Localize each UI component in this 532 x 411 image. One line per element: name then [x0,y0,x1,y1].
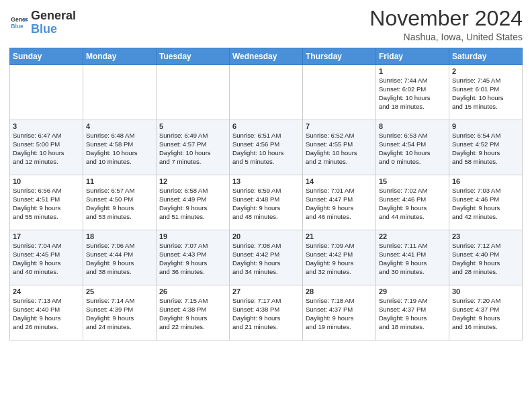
calendar-cell: 15Sunrise: 7:02 AM Sunset: 4:46 PM Dayli… [376,175,449,230]
calendar-cell: 23Sunrise: 7:12 AM Sunset: 4:40 PM Dayli… [449,230,523,285]
day-number: 29 [379,287,446,295]
cell-info: Sunrise: 7:15 AM Sunset: 4:38 PM Dayligh… [159,297,226,331]
main-container: General Blue General Blue November 2024 … [0,0,532,347]
calendar-cell: 30Sunrise: 7:20 AM Sunset: 4:37 PM Dayli… [449,285,523,340]
calendar-cell: 1Sunrise: 7:44 AM Sunset: 6:02 PM Daylig… [376,65,449,120]
calendar-cell: 18Sunrise: 7:06 AM Sunset: 4:44 PM Dayli… [83,230,157,285]
calendar-week-row: 1Sunrise: 7:44 AM Sunset: 6:02 PM Daylig… [10,65,523,120]
day-number: 20 [232,232,300,240]
calendar-cell: 11Sunrise: 6:57 AM Sunset: 4:50 PM Dayli… [83,175,157,230]
calendar-cell: 6Sunrise: 6:51 AM Sunset: 4:56 PM Daylig… [230,120,303,175]
day-number: 8 [379,122,446,130]
day-number: 2 [452,67,519,75]
day-number: 16 [452,177,519,185]
calendar-cell: 10Sunrise: 6:56 AM Sunset: 4:51 PM Dayli… [10,175,83,230]
day-number: 7 [306,122,373,130]
cell-info: Sunrise: 7:11 AM Sunset: 4:41 PM Dayligh… [379,242,446,276]
cell-info: Sunrise: 6:47 AM Sunset: 5:00 PM Dayligh… [13,132,80,166]
day-number: 1 [379,67,446,75]
calendar-cell: 16Sunrise: 7:03 AM Sunset: 4:46 PM Dayli… [449,175,523,230]
day-number: 9 [452,122,519,130]
day-number: 11 [86,177,153,185]
calendar-cell: 14Sunrise: 7:01 AM Sunset: 4:47 PM Dayli… [303,175,376,230]
calendar-cell: 5Sunrise: 6:49 AM Sunset: 4:57 PM Daylig… [157,120,230,175]
calendar-cell: 13Sunrise: 6:59 AM Sunset: 4:48 PM Dayli… [230,175,303,230]
cell-info: Sunrise: 6:49 AM Sunset: 4:57 PM Dayligh… [159,132,226,166]
calendar-cell: 21Sunrise: 7:09 AM Sunset: 4:42 PM Dayli… [303,230,376,285]
day-number: 30 [452,287,519,295]
day-number: 25 [86,287,153,295]
day-number: 17 [13,232,80,240]
calendar-cell: 7Sunrise: 6:52 AM Sunset: 4:55 PM Daylig… [303,120,376,175]
day-number: 28 [306,287,373,295]
day-number: 23 [452,232,519,240]
day-number: 4 [86,122,153,130]
day-number: 5 [159,122,226,130]
title-block: November 2024 Nashua, Iowa, United State… [369,7,523,42]
calendar-cell: 22Sunrise: 7:11 AM Sunset: 4:41 PM Dayli… [376,230,449,285]
weekday-header: Tuesday [157,48,230,65]
calendar-body: 1Sunrise: 7:44 AM Sunset: 6:02 PM Daylig… [10,65,523,340]
calendar-cell: 24Sunrise: 7:13 AM Sunset: 4:40 PM Dayli… [10,285,83,340]
calendar-cell: 17Sunrise: 7:04 AM Sunset: 4:45 PM Dayli… [10,230,83,285]
calendar-cell: 26Sunrise: 7:15 AM Sunset: 4:38 PM Dayli… [157,285,230,340]
calendar-cell: 20Sunrise: 7:08 AM Sunset: 4:42 PM Dayli… [230,230,303,285]
cell-info: Sunrise: 7:14 AM Sunset: 4:39 PM Dayligh… [86,297,153,331]
calendar-cell: 27Sunrise: 7:17 AM Sunset: 4:38 PM Dayli… [230,285,303,340]
calendar-cell: 29Sunrise: 7:19 AM Sunset: 4:37 PM Dayli… [376,285,449,340]
cell-info: Sunrise: 6:48 AM Sunset: 4:58 PM Dayligh… [86,132,153,166]
weekday-header: Saturday [449,48,523,65]
cell-info: Sunrise: 6:53 AM Sunset: 4:54 PM Dayligh… [379,132,446,166]
logo: General Blue General Blue [9,9,76,36]
calendar-cell: 9Sunrise: 6:54 AM Sunset: 4:52 PM Daylig… [449,120,523,175]
logo-icon: General Blue [9,13,28,32]
day-number: 13 [232,177,300,185]
calendar-cell [83,65,157,120]
day-number: 3 [13,122,80,130]
weekday-header: Monday [83,48,157,65]
calendar-cell: 2Sunrise: 7:45 AM Sunset: 6:01 PM Daylig… [449,65,523,120]
day-number: 21 [306,232,373,240]
svg-text:Blue: Blue [11,23,24,30]
day-number: 12 [159,177,226,185]
cell-info: Sunrise: 7:44 AM Sunset: 6:02 PM Dayligh… [379,77,446,111]
weekday-header: Sunday [10,48,83,65]
calendar-cell [303,65,376,120]
day-number: 6 [232,122,300,130]
cell-info: Sunrise: 7:13 AM Sunset: 4:40 PM Dayligh… [13,297,80,331]
calendar-week-row: 3Sunrise: 6:47 AM Sunset: 5:00 PM Daylig… [10,120,523,175]
calendar-week-row: 10Sunrise: 6:56 AM Sunset: 4:51 PM Dayli… [10,175,523,230]
cell-info: Sunrise: 6:58 AM Sunset: 4:49 PM Dayligh… [159,187,226,221]
day-number: 14 [306,177,373,185]
cell-info: Sunrise: 7:03 AM Sunset: 4:46 PM Dayligh… [452,187,519,221]
day-number: 10 [13,177,80,185]
month-title: November 2024 [369,7,523,30]
cell-info: Sunrise: 7:18 AM Sunset: 4:37 PM Dayligh… [306,297,373,331]
calendar-cell: 8Sunrise: 6:53 AM Sunset: 4:54 PM Daylig… [376,120,449,175]
weekday-header: Friday [376,48,449,65]
calendar-week-row: 24Sunrise: 7:13 AM Sunset: 4:40 PM Dayli… [10,285,523,340]
cell-info: Sunrise: 7:06 AM Sunset: 4:44 PM Dayligh… [86,242,153,276]
calendar-cell [10,65,83,120]
header: General Blue General Blue November 2024 … [9,7,523,42]
cell-info: Sunrise: 7:04 AM Sunset: 4:45 PM Dayligh… [13,242,80,276]
cell-info: Sunrise: 7:02 AM Sunset: 4:46 PM Dayligh… [379,187,446,221]
day-number: 19 [159,232,226,240]
cell-info: Sunrise: 7:20 AM Sunset: 4:37 PM Dayligh… [452,297,519,331]
calendar-cell: 12Sunrise: 6:58 AM Sunset: 4:49 PM Dayli… [157,175,230,230]
cell-info: Sunrise: 6:52 AM Sunset: 4:55 PM Dayligh… [306,132,373,166]
cell-info: Sunrise: 7:01 AM Sunset: 4:47 PM Dayligh… [306,187,373,221]
calendar-cell: 25Sunrise: 7:14 AM Sunset: 4:39 PM Dayli… [83,285,157,340]
calendar-cell: 3Sunrise: 6:47 AM Sunset: 5:00 PM Daylig… [10,120,83,175]
calendar-header: SundayMondayTuesdayWednesdayThursdayFrid… [10,48,523,65]
cell-info: Sunrise: 7:12 AM Sunset: 4:40 PM Dayligh… [452,242,519,276]
cell-info: Sunrise: 7:19 AM Sunset: 4:37 PM Dayligh… [379,297,446,331]
calendar-cell: 28Sunrise: 7:18 AM Sunset: 4:37 PM Dayli… [303,285,376,340]
weekday-header: Thursday [303,48,376,65]
weekday-header: Wednesday [230,48,303,65]
calendar-cell [157,65,230,120]
calendar-cell: 4Sunrise: 6:48 AM Sunset: 4:58 PM Daylig… [83,120,157,175]
cell-info: Sunrise: 7:45 AM Sunset: 6:01 PM Dayligh… [452,77,519,111]
cell-info: Sunrise: 7:08 AM Sunset: 4:42 PM Dayligh… [232,242,300,276]
cell-info: Sunrise: 7:09 AM Sunset: 4:42 PM Dayligh… [306,242,373,276]
